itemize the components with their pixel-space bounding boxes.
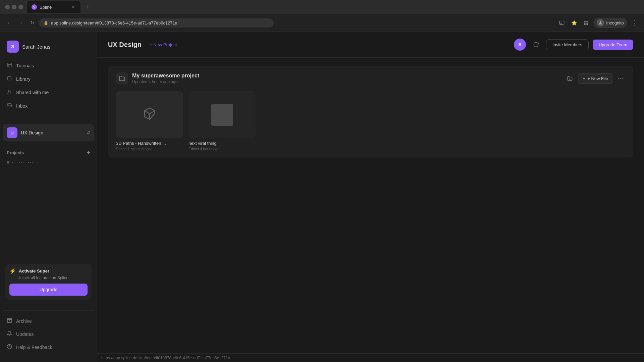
file-preview-box bbox=[211, 104, 233, 126]
help-label: Help & Feedback bbox=[16, 345, 52, 350]
archive-icon bbox=[7, 318, 12, 324]
upgrade-button[interactable]: Upgrade bbox=[9, 284, 88, 296]
folder-move-button[interactable] bbox=[565, 73, 575, 84]
folder-updated: Updated 4 hours ago ago bbox=[132, 79, 560, 84]
updates-label: Updates bbox=[16, 331, 34, 337]
header-actions: S Invite Members Upgrade Team bbox=[514, 39, 633, 51]
svg-rect-8 bbox=[7, 63, 11, 67]
incognito-badge[interactable]: Incognito bbox=[593, 18, 627, 28]
file-edited-2: Edited 4 hours ago bbox=[189, 147, 256, 151]
library-icon bbox=[7, 76, 12, 82]
file-thumbnail-2 bbox=[189, 91, 256, 138]
sidebar-spacer bbox=[0, 167, 97, 260]
project-folder: My superawesome project Updated 4 hours … bbox=[108, 66, 633, 158]
svg-rect-6 bbox=[584, 23, 586, 25]
activate-super-section: ⚡ Activate Super Unlock all features on … bbox=[5, 264, 92, 300]
new-project-button[interactable]: + New Project bbox=[147, 41, 179, 49]
book-icon bbox=[7, 62, 12, 69]
sidebar-user[interactable]: S Sarah Jonas bbox=[0, 37, 97, 59]
add-project-button[interactable]: + bbox=[87, 149, 90, 156]
projects-content: My superawesome project Updated 4 hours … bbox=[97, 58, 644, 353]
shared-icon bbox=[7, 89, 12, 96]
header-user-avatar[interactable]: S bbox=[514, 39, 526, 51]
invite-members-button[interactable]: Invite Members bbox=[546, 39, 589, 50]
svg-rect-4 bbox=[584, 21, 586, 22]
browser-chrome: S Spline ✕ + ← → ↻ 🔒 app.spline.design/t… bbox=[0, 0, 644, 32]
team-avatar: U bbox=[7, 127, 17, 138]
main-header: UX Design + New Project S Invite Members… bbox=[97, 32, 644, 58]
more-menu-button[interactable]: ⋮ bbox=[630, 18, 639, 27]
forward-button[interactable]: → bbox=[16, 18, 25, 27]
sidebar-divider-2 bbox=[3, 310, 94, 311]
chevron-icon: ⇵ bbox=[87, 130, 90, 135]
app-layout: S Sarah Jonas Tutorials bbox=[0, 32, 644, 362]
browser-titlebar: S Spline ✕ + bbox=[0, 0, 644, 14]
extensions-icon[interactable] bbox=[581, 18, 591, 27]
tab-title: Spline bbox=[40, 5, 68, 10]
inbox-icon bbox=[7, 103, 12, 109]
file-edited-1: Edited 7 minutes ago bbox=[116, 147, 183, 151]
new-tab-button[interactable]: + bbox=[83, 2, 93, 12]
help-icon bbox=[7, 344, 12, 350]
nav-actions: ⭐ Incognito ⋮ bbox=[557, 18, 639, 28]
sidebar-item-tutorials[interactable]: Tutorials bbox=[3, 59, 94, 72]
folder-actions: + + New File ⋯ bbox=[565, 73, 625, 84]
team-section: U UX Design ⇵ bbox=[0, 121, 97, 145]
folder-more-button[interactable]: ⋯ bbox=[616, 74, 625, 83]
svg-point-9 bbox=[8, 90, 10, 92]
folder-icon bbox=[116, 72, 128, 84]
address-bar[interactable]: 🔒 app.spline.design/team/ff013878-c6e6-4… bbox=[39, 18, 274, 27]
upgrade-team-button[interactable]: Upgrade Team bbox=[593, 40, 633, 50]
reload-button[interactable]: ↻ bbox=[28, 18, 37, 27]
back-button[interactable]: ← bbox=[5, 18, 14, 27]
sidebar-item-archive[interactable]: Archive bbox=[3, 315, 94, 327]
project-folder-header: My superawesome project Updated 4 hours … bbox=[116, 72, 625, 84]
browser-tab[interactable]: S Spline ✕ bbox=[27, 1, 80, 13]
archive-label: Archive bbox=[16, 318, 32, 324]
new-file-button[interactable]: + + New File bbox=[578, 73, 613, 84]
team-item-ux-design[interactable]: U UX Design ⇵ bbox=[3, 124, 94, 141]
status-bar: https://app.spline.design/team/ff013878-… bbox=[97, 353, 644, 362]
browser-nav: ← → ↻ 🔒 app.spline.design/team/ff013878-… bbox=[0, 14, 644, 32]
bookmark-icon[interactable]: ⭐ bbox=[569, 18, 579, 27]
sidebar-item-inbox[interactable]: Inbox bbox=[3, 100, 94, 112]
shared-label: Shared with me bbox=[16, 90, 49, 95]
folder-info: My superawesome project Updated 4 hours … bbox=[132, 73, 560, 84]
new-file-label: + New File bbox=[587, 76, 608, 81]
tab-close-button[interactable]: ✕ bbox=[70, 4, 76, 10]
projects-section-header: Projects + bbox=[0, 145, 97, 158]
refresh-button[interactable] bbox=[530, 39, 542, 51]
sidebar-divider-1 bbox=[0, 117, 97, 117]
file-thumbnail-empty-icon bbox=[143, 107, 156, 123]
svg-point-2 bbox=[18, 5, 23, 9]
project-list-item[interactable]: · · · · · · · · · · · · bbox=[0, 158, 97, 167]
svg-rect-7 bbox=[587, 23, 588, 25]
user-name: Sarah Jonas bbox=[22, 44, 50, 50]
file-card-1[interactable]: 3D Paths - Handwritten ... Edited 7 minu… bbox=[116, 91, 183, 151]
folder-name: My superawesome project bbox=[132, 73, 560, 79]
address-text: app.spline.design/team/ff013878-c6e6-415… bbox=[51, 20, 177, 25]
main-content: UX Design + New Project S Invite Members… bbox=[97, 32, 644, 362]
sidebar-bottom: Archive Updates bbox=[0, 304, 97, 357]
sidebar-item-updates[interactable]: Updates bbox=[3, 328, 94, 340]
user-avatar: S bbox=[7, 41, 19, 53]
page-title: UX Design bbox=[108, 41, 142, 49]
projects-label: Projects bbox=[7, 150, 24, 155]
sidebar-item-help[interactable]: Help & Feedback bbox=[3, 341, 94, 353]
project-dot bbox=[7, 161, 9, 164]
incognito-label: Incognito bbox=[606, 20, 624, 25]
svg-point-0 bbox=[5, 5, 10, 9]
incognito-avatar bbox=[597, 19, 604, 26]
lock-icon: 🔒 bbox=[44, 21, 48, 25]
cast-icon[interactable] bbox=[557, 18, 567, 27]
sidebar-item-library[interactable]: Library bbox=[3, 73, 94, 85]
sidebar: S Sarah Jonas Tutorials bbox=[0, 32, 97, 362]
lightning-icon: ⚡ bbox=[9, 268, 16, 274]
sidebar-navigation: Tutorials Library Shar bbox=[0, 59, 97, 113]
sidebar-item-shared[interactable]: Shared with me bbox=[3, 86, 94, 99]
library-label: Library bbox=[16, 76, 31, 82]
inbox-label: Inbox bbox=[16, 103, 28, 109]
file-card-2[interactable]: next viral thing Edited 4 hours ago bbox=[189, 91, 256, 151]
activate-super-subtitle: Unlock all features on Spline. bbox=[9, 276, 88, 280]
file-name-2: next viral thing bbox=[189, 141, 256, 146]
